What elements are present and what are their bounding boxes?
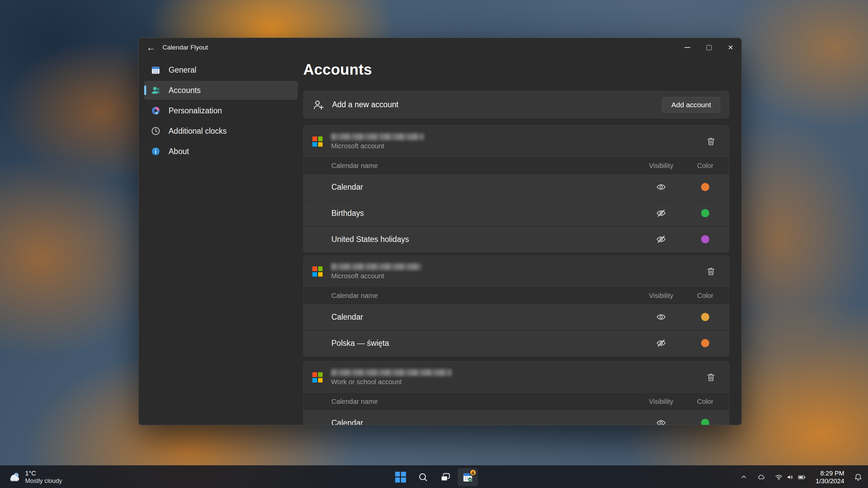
personalization-icon	[150, 105, 161, 116]
weather-condition: Mostly cloudy	[25, 477, 62, 485]
add-account-card: Add a new account Add account	[303, 91, 729, 118]
calendar-row: Calendar	[304, 174, 729, 200]
eye-off-icon	[656, 338, 666, 348]
close-button[interactable]: ✕	[720, 38, 741, 57]
account-type-label: Microsoft account	[331, 142, 424, 150]
task-view-button[interactable]	[435, 468, 456, 486]
microsoft-logo-icon	[312, 136, 323, 147]
trash-icon	[706, 136, 716, 147]
calendar-name: Birthdays	[304, 209, 641, 218]
account-card: Work or school account Calendar name Vis…	[303, 361, 729, 425]
sidebar-item-label: Personalization	[169, 106, 222, 115]
calendar-color-dot[interactable]	[701, 339, 709, 347]
account-identity: Work or school account	[331, 369, 452, 386]
calendar-row: United States holidays	[304, 226, 729, 252]
calendar-color-dot[interactable]	[701, 183, 709, 191]
tray-time: 8:29 PM	[815, 469, 844, 477]
back-button[interactable]: ←	[142, 40, 160, 55]
calendar-app-button[interactable]: 4	[458, 468, 478, 486]
visibility-toggle[interactable]	[654, 206, 669, 221]
sidebar-item-personalization[interactable]: Personalization	[144, 101, 298, 120]
trash-icon	[706, 266, 716, 277]
accounts-page: Accounts Add a new account Add account	[303, 57, 741, 425]
quick-settings-button[interactable]	[773, 468, 808, 486]
account-card: Microsoft account Calendar name Visibili…	[303, 125, 729, 252]
calendar-color-dot[interactable]	[701, 235, 709, 243]
people-icon	[150, 85, 161, 96]
calendar-flyout-window: ← Calendar Flyout ✕	[138, 38, 742, 425]
add-account-label: Add a new account	[332, 100, 399, 109]
calendar-name: United States holidays	[304, 235, 641, 244]
desktop: ← Calendar Flyout ✕	[0, 0, 868, 488]
window-body: General Accounts	[139, 57, 741, 425]
sidebar-item-accounts[interactable]: Accounts	[144, 81, 298, 100]
search-button[interactable]	[413, 468, 433, 486]
clock-icon	[150, 126, 161, 136]
show-hidden-icons-button[interactable]	[738, 468, 750, 486]
sidebar-item-about[interactable]: About	[144, 142, 298, 161]
maximize-icon	[707, 45, 712, 50]
eye-off-icon	[656, 208, 666, 218]
calendar-row: Calendar	[304, 410, 729, 425]
calendar-icon	[150, 64, 161, 75]
calendar-color-dot[interactable]	[701, 209, 709, 217]
add-account-button[interactable]: Add account	[662, 97, 720, 113]
account-email-redacted	[331, 133, 424, 140]
sidebar-item-additional-clocks[interactable]: Additional clocks	[144, 121, 298, 140]
titlebar[interactable]: ← Calendar Flyout ✕	[139, 38, 741, 57]
account-identity: Microsoft account	[331, 133, 424, 150]
visibility-toggle[interactable]	[654, 415, 669, 425]
weather-widget[interactable]: 1°C Mostly cloudy	[3, 466, 67, 488]
clock-tray-button[interactable]: 8:29 PM 1/30/2024	[813, 468, 846, 486]
start-button[interactable]	[390, 468, 411, 486]
visibility-toggle[interactable]	[654, 309, 669, 324]
caption-buttons: ✕	[676, 38, 741, 57]
calendar-name: Polska — święta	[304, 339, 641, 348]
tray-date: 1/30/2024	[815, 477, 844, 485]
eye-off-icon	[656, 234, 666, 244]
search-icon	[418, 472, 428, 483]
account-type-label: Work or school account	[331, 378, 452, 386]
delete-account-button[interactable]	[703, 134, 719, 149]
notifications-button[interactable]	[852, 468, 865, 486]
account-header: Work or school account	[304, 361, 729, 393]
calendar-color-dot[interactable]	[701, 313, 709, 321]
column-calendar-name: Calendar name	[304, 398, 641, 406]
battery-icon	[798, 473, 806, 481]
maximize-button[interactable]	[698, 38, 720, 57]
column-visibility: Visibility	[649, 398, 673, 406]
info-icon	[150, 146, 161, 157]
close-icon: ✕	[728, 44, 734, 51]
visibility-toggle[interactable]	[654, 232, 669, 247]
notification-bell-icon	[854, 473, 863, 482]
page-title: Accounts	[303, 61, 729, 78]
calendar-name: Calendar	[304, 418, 641, 425]
column-visibility: Visibility	[649, 292, 673, 300]
volume-icon	[786, 473, 794, 481]
minimize-button[interactable]	[676, 38, 698, 57]
calendar-color-dot[interactable]	[701, 419, 709, 425]
calendar-table-header: Calendar name Visibility Color	[304, 393, 729, 410]
sidebar-item-label: About	[169, 147, 189, 156]
visibility-toggle[interactable]	[654, 180, 669, 194]
calendar-badge: 4	[469, 469, 477, 476]
visibility-toggle[interactable]	[654, 336, 669, 351]
microsoft-logo-icon	[312, 266, 323, 277]
account-email-redacted	[331, 369, 452, 376]
sidebar-item-label: Additional clocks	[169, 127, 227, 136]
windows-logo-icon	[395, 472, 406, 483]
sidebar-item-general[interactable]: General	[144, 60, 298, 79]
delete-account-button[interactable]	[703, 370, 719, 385]
account-header: Microsoft account	[304, 126, 729, 157]
column-color: Color	[697, 162, 713, 170]
account-email-redacted	[331, 263, 421, 270]
arrow-left-icon: ←	[147, 42, 155, 53]
cloud-tray-button[interactable]	[755, 468, 767, 486]
delete-account-button[interactable]	[703, 264, 719, 279]
settings-sidebar: General Accounts	[139, 57, 303, 425]
account-card: Microsoft account Calendar name Visibili…	[303, 255, 729, 356]
task-view-icon	[440, 472, 451, 483]
sidebar-item-label: General	[169, 65, 196, 75]
calendar-row: Calendar	[304, 304, 729, 330]
cloud-icon	[757, 473, 765, 481]
